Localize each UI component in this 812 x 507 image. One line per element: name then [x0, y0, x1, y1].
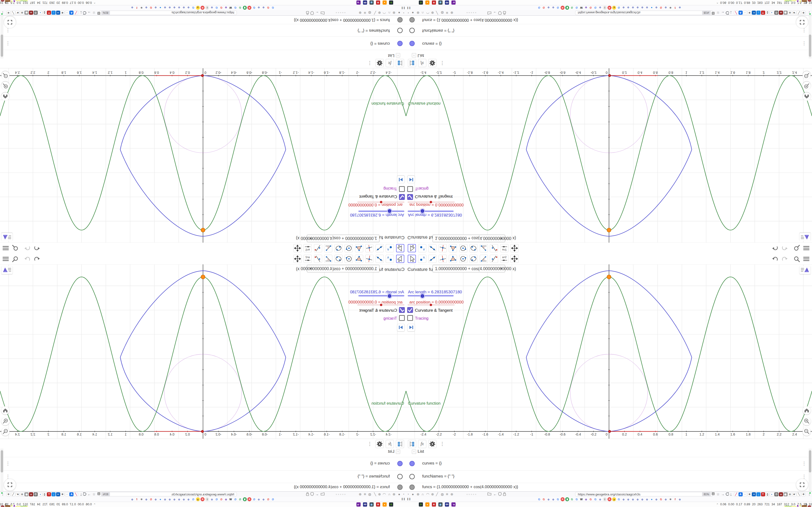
- bookmark-favicon[interactable]: R: [248, 6, 251, 10]
- gear-extension-icon[interactable]: ✳: [60, 492, 64, 496]
- shield-spiral-extension-icon[interactable]: ◉: [24, 11, 29, 15]
- bookmark-favicon[interactable]: G: [537, 6, 541, 10]
- pinned-extension-icon[interactable]: ⊕: [431, 492, 434, 496]
- arc-position-slider-handle[interactable]: [380, 304, 382, 306]
- arc-length-slider-handle[interactable]: [420, 209, 425, 213]
- bookmark-favicon[interactable]: G: [659, 6, 663, 10]
- bookmark-favicon[interactable]: ♛: [243, 6, 247, 10]
- terminal-launcher-icon[interactable]: >: [419, 0, 423, 5]
- globe-extension-icon[interactable]: ◐: [38, 11, 42, 15]
- url-bar[interactable]: https://www.geogebra.org/classic/aagcxh3…: [99, 11, 237, 15]
- bookmark-favicon[interactable]: R: [248, 497, 251, 501]
- row-kebab-icon[interactable]: ⋮: [6, 28, 10, 33]
- bookmark-favicon[interactable]: G: [271, 497, 275, 501]
- arc-position-slider[interactable]: [408, 305, 455, 305]
- tree-view-icon[interactable]: [396, 59, 404, 67]
- bookmark-favicon[interactable]: ◈: [551, 497, 555, 501]
- algebra-row-text[interactable]: curves = {}: [370, 461, 390, 466]
- pinned-extension-icon[interactable]: ⊕: [451, 492, 453, 496]
- bookmark-favicon[interactable]: G: [266, 6, 270, 10]
- tool-button-cursor-tool-icon[interactable]: [408, 244, 416, 252]
- arc-position-slider-handle[interactable]: [430, 304, 432, 306]
- bookmark-favicon[interactable]: G: [575, 497, 578, 501]
- tool-button-conic-tool-icon[interactable]: [469, 244, 477, 252]
- bookmark-favicon[interactable]: ◈: [257, 6, 261, 10]
- bookmark-favicon[interactable]: ✳: [668, 497, 672, 501]
- bookmark-favicon[interactable]: ◈: [172, 497, 176, 501]
- zoom-in-icon[interactable]: [1, 81, 9, 90]
- panel-toggle-tab[interactable]: [1, 233, 12, 241]
- tool-button-conic-tool-icon[interactable]: [335, 255, 343, 263]
- tool-button-conic-tool-icon[interactable]: [469, 255, 477, 263]
- bookmark-favicon[interactable]: ♛: [243, 497, 247, 501]
- tool-button-move-canvas-tool-icon[interactable]: [510, 255, 519, 263]
- forward-icon[interactable]: →: [721, 492, 724, 496]
- gear-extension-icon[interactable]: ✳: [748, 11, 752, 15]
- bookmark-favicon[interactable]: ◈: [664, 6, 668, 10]
- row-kebab-icon[interactable]: ⋮: [6, 461, 10, 466]
- translate-extension-icon[interactable]: A: [739, 11, 743, 15]
- gear-icon[interactable]: [428, 440, 437, 448]
- bookmark-favicon[interactable]: ◈: [654, 6, 658, 10]
- translate-icon[interactable]: A: [711, 11, 715, 15]
- tool-button-slider-tool-icon[interactable]: a=2: [304, 255, 312, 263]
- pinned-extension-icon[interactable]: ⊕: [417, 11, 419, 15]
- translate-icon[interactable]: A: [97, 11, 101, 15]
- gear2-extension-icon[interactable]: ✳: [6, 11, 11, 15]
- fx-button[interactable]: fx: [386, 440, 394, 448]
- wrench-extension-icon[interactable]: ╲: [11, 11, 15, 15]
- menu-icon[interactable]: [2, 244, 9, 251]
- tool-button-polygon-tool-icon[interactable]: [355, 244, 363, 252]
- bookmark-favicon[interactable]: ◈: [626, 497, 630, 501]
- redo-icon[interactable]: [24, 256, 31, 263]
- mouse-extension-icon[interactable]: ○: [743, 11, 747, 15]
- back-icon[interactable]: ←: [493, 492, 497, 496]
- bookmark-star-icon[interactable]: ☆: [717, 492, 720, 496]
- algebra-row-text[interactable]: funcNames = {" "}: [357, 28, 390, 33]
- globe-extension-icon[interactable]: ◐: [770, 11, 774, 15]
- pinned-extension-icon[interactable]: ∩: [388, 11, 391, 15]
- algebra-row-text[interactable]: funcs = {1.000000000000 + cos(4.00000000…: [422, 485, 518, 489]
- curvature-tangent-checkbox[interactable]: [399, 307, 405, 313]
- zoom-level-badge[interactable]: 81%: [702, 11, 711, 15]
- arc-length-slider-handle[interactable]: [387, 294, 392, 298]
- bookmark-favicon[interactable]: ◈: [130, 497, 134, 501]
- tcp-extension-icon[interactable]: T: [47, 492, 51, 496]
- tool-button-perpendicular-tool-icon[interactable]: [365, 244, 373, 252]
- floppy-launcher-icon[interactable]: 64: [445, 502, 449, 507]
- shield-d-extension-icon[interactable]: D: [774, 492, 778, 496]
- shield-spiral-extension-icon[interactable]: ◉: [24, 492, 29, 496]
- ublock-extension-icon[interactable]: u: [29, 492, 33, 496]
- folder-icon[interactable]: [488, 492, 491, 495]
- plus-extension-icon[interactable]: +: [56, 11, 60, 15]
- tool-button-polygon-tool-icon[interactable]: [355, 255, 363, 263]
- bookmark-favicon[interactable]: i: [603, 497, 607, 501]
- cat-launcher-icon[interactable]: ᵔᴥ: [356, 0, 361, 5]
- wrench-extension-icon[interactable]: ╲: [797, 11, 801, 15]
- url-bar[interactable]: https://www.geogebra.org/classic/aagcxh3…: [99, 492, 237, 496]
- bookmark-favicon[interactable]: R: [561, 6, 564, 10]
- forward-icon[interactable]: →: [88, 492, 91, 496]
- tool-button-slider-tool-icon[interactable]: a=2: [304, 244, 312, 252]
- bookmark-favicon[interactable]: ◈: [547, 6, 551, 10]
- bookmark-favicon[interactable]: G: [234, 6, 237, 10]
- pinned-extension-icon[interactable]: ◔: [403, 11, 405, 15]
- globe-extension-icon[interactable]: ◐: [38, 492, 42, 496]
- bookmark-favicon[interactable]: G: [594, 497, 597, 501]
- scrollbar[interactable]: [809, 449, 812, 491]
- lock-icon[interactable]: [306, 492, 309, 496]
- tool-button-conic-tool-icon[interactable]: [335, 244, 343, 252]
- bookmark-favicon[interactable]: G: [594, 6, 597, 10]
- tracing-checkbox[interactable]: [399, 186, 405, 192]
- object-visibility-marble[interactable]: [409, 28, 415, 33]
- undo-icon[interactable]: [33, 244, 41, 251]
- pinned-extension-icon[interactable]: ╱: [374, 11, 376, 15]
- trash-extension-icon[interactable]: ▯: [765, 11, 769, 15]
- scrollbar[interactable]: [0, 449, 3, 491]
- tool-button-move-canvas-tool-icon[interactable]: [293, 244, 302, 252]
- pinned-extension-icon[interactable]: ●: [398, 11, 400, 15]
- bookmark-favicon[interactable]: ◈: [257, 497, 261, 501]
- floppy-launcher-icon[interactable]: 64: [363, 0, 367, 5]
- fx-button[interactable]: fx: [386, 59, 394, 67]
- shield-spiral-extension-icon[interactable]: ◉: [783, 492, 788, 496]
